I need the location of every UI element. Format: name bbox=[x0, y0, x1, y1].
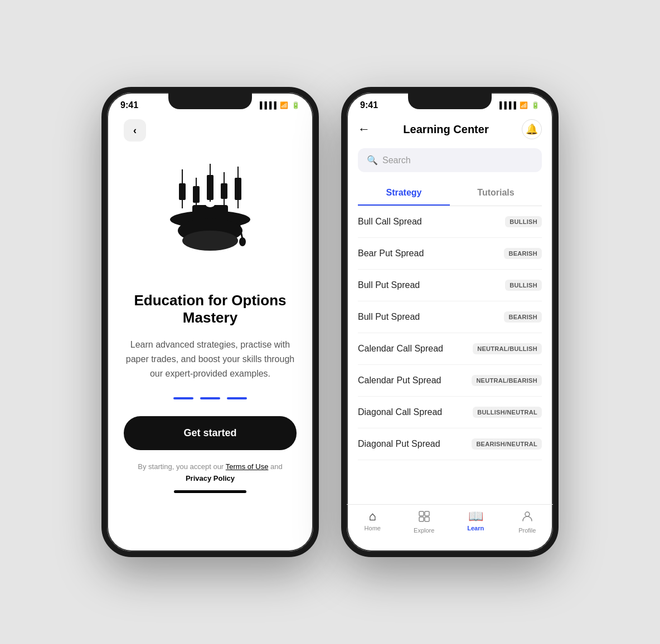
strategy-name-4: Calendar Call Spread bbox=[358, 344, 443, 354]
strategy-name-3: Bull Put Spread bbox=[358, 312, 420, 322]
learning-content: ← Learning Center 🔔 🔍 Search Strategy Tu… bbox=[347, 114, 553, 545]
page-title: Learning Center bbox=[403, 123, 488, 136]
search-placeholder: Search bbox=[382, 155, 411, 165]
strategy-badge-3: BEARISH bbox=[504, 311, 542, 323]
strategy-badge-4: NEUTRAL/BULLISH bbox=[473, 343, 542, 354]
notch-2 bbox=[408, 92, 492, 109]
phone-onboarding: 9:41 ▐▐▐▐ 📶 🔋 ‹ bbox=[101, 87, 319, 557]
svg-rect-5 bbox=[207, 175, 213, 200]
search-icon: 🔍 bbox=[367, 155, 378, 165]
get-started-button[interactable]: Get started bbox=[124, 416, 297, 450]
svg-rect-19 bbox=[419, 517, 424, 521]
status-time: 9:41 bbox=[120, 100, 138, 110]
status-icons-2: ▐▐▐▐ 📶 🔋 bbox=[497, 101, 540, 109]
strategy-item-0[interactable]: Bull Call Spread BULLISH bbox=[358, 206, 542, 238]
home-icon: ⌂ bbox=[369, 510, 376, 523]
terms-prefix: By starting, you accept our bbox=[138, 462, 226, 471]
learning-header: ← Learning Center 🔔 bbox=[347, 114, 553, 148]
svg-point-21 bbox=[525, 512, 530, 516]
nav-learn-label: Learn bbox=[467, 525, 484, 531]
svg-point-16 bbox=[182, 231, 238, 251]
svg-point-13 bbox=[206, 202, 215, 207]
strategy-badge-6: BULLISH/NEUTRAL bbox=[473, 407, 542, 418]
wifi-icon-2: 📶 bbox=[520, 101, 528, 109]
strategy-item-7[interactable]: Diagonal Put Spread BEARISH/NEUTRAL bbox=[358, 428, 542, 460]
progress-dots bbox=[173, 397, 247, 399]
nav-explore-label: Explore bbox=[414, 527, 434, 534]
back-button[interactable]: ‹ bbox=[124, 119, 146, 142]
svg-rect-17 bbox=[419, 511, 424, 516]
dot-3 bbox=[227, 397, 247, 399]
nav-profile[interactable]: Profile bbox=[502, 510, 554, 534]
strategy-name-1: Bear Put Spread bbox=[358, 248, 424, 258]
strategy-badge-2: BULLISH bbox=[505, 280, 542, 291]
search-bar[interactable]: 🔍 Search bbox=[358, 148, 542, 172]
strategy-name-2: Bull Put Spread bbox=[358, 280, 420, 290]
nav-learn[interactable]: 📖 Learn bbox=[450, 510, 502, 534]
strategy-name-0: Bull Call Spread bbox=[358, 217, 422, 227]
strategy-badge-1: BEARISH bbox=[504, 248, 542, 259]
signal-icon-2: ▐▐▐▐ bbox=[497, 101, 516, 109]
strategy-name-6: Diagonal Call Spread bbox=[358, 407, 442, 417]
wifi-icon: 📶 bbox=[280, 101, 288, 109]
nav-home-label: Home bbox=[365, 525, 381, 531]
strategy-name-7: Diagonal Put Spread bbox=[358, 439, 440, 449]
status-icons: ▐▐▐▐ 📶 🔋 bbox=[258, 101, 300, 109]
nav-explore[interactable]: Explore bbox=[399, 510, 450, 534]
strategy-name-5: Calendar Put Spread bbox=[358, 375, 441, 386]
notch bbox=[168, 92, 252, 109]
learn-icon: 📖 bbox=[468, 510, 483, 523]
strategy-item-5[interactable]: Calendar Put Spread NEUTRAL/BEARISH bbox=[358, 365, 542, 397]
strategy-badge-5: NEUTRAL/BEARISH bbox=[472, 375, 542, 386]
strategy-badge-0: BULLISH bbox=[505, 216, 542, 227]
svg-rect-1 bbox=[179, 183, 186, 200]
tab-strategy[interactable]: Strategy bbox=[358, 181, 450, 206]
terms-of-use-link[interactable]: Terms of Use bbox=[226, 462, 269, 471]
graduation-illustration bbox=[149, 153, 271, 275]
terms-and: and bbox=[268, 462, 282, 471]
signal-icon: ▐▐▐▐ bbox=[258, 101, 276, 109]
battery-icon-2: 🔋 bbox=[531, 101, 540, 109]
subheadline: Learn advanced strategies, practise with… bbox=[124, 338, 297, 380]
bell-button[interactable]: 🔔 bbox=[522, 119, 542, 139]
nav-home[interactable]: ⌂ Home bbox=[347, 510, 399, 534]
strategy-item-6[interactable]: Diagonal Call Spread BULLISH/NEUTRAL bbox=[358, 397, 542, 428]
dot-1 bbox=[173, 397, 193, 399]
privacy-policy-link[interactable]: Privacy Policy bbox=[186, 474, 235, 482]
battery-icon: 🔋 bbox=[292, 101, 300, 109]
home-indicator bbox=[174, 490, 246, 493]
phone-learning: 9:41 ▐▐▐▐ 📶 🔋 ← Learning Center 🔔 🔍 Sear… bbox=[341, 87, 559, 557]
strategy-item-1[interactable]: Bear Put Spread BEARISH bbox=[358, 238, 542, 270]
dot-2 bbox=[200, 397, 220, 399]
bottom-nav: ⌂ Home Explore 📖 Learn Profile bbox=[347, 504, 553, 545]
lc-back-button[interactable]: ← bbox=[358, 122, 370, 136]
svg-rect-20 bbox=[425, 517, 429, 521]
strategy-item-4[interactable]: Calendar Call Spread NEUTRAL/BULLISH bbox=[358, 333, 542, 365]
tab-tutorials[interactable]: Tutorials bbox=[450, 181, 542, 206]
profile-icon bbox=[521, 510, 533, 525]
strategy-list: Bull Call Spread BULLISH Bear Put Spread… bbox=[347, 206, 553, 504]
tab-bar: Strategy Tutorials bbox=[358, 181, 542, 206]
terms-text: By starting, you accept our Terms of Use… bbox=[138, 461, 282, 485]
status-time-2: 9:41 bbox=[360, 100, 378, 110]
strategy-badge-7: BEARISH/NEUTRAL bbox=[472, 438, 542, 450]
nav-profile-label: Profile bbox=[518, 527, 536, 534]
svg-rect-18 bbox=[425, 511, 429, 516]
svg-rect-9 bbox=[235, 178, 241, 200]
onboarding-content: ‹ bbox=[107, 114, 313, 545]
svg-rect-7 bbox=[221, 183, 227, 199]
explore-icon bbox=[418, 510, 430, 525]
strategy-item-3[interactable]: Bull Put Spread BEARISH bbox=[358, 301, 542, 333]
svg-point-15 bbox=[239, 237, 246, 246]
svg-rect-3 bbox=[193, 186, 200, 203]
headline: Education for Options Mastery bbox=[124, 292, 297, 326]
strategy-item-2[interactable]: Bull Put Spread BULLISH bbox=[358, 270, 542, 301]
